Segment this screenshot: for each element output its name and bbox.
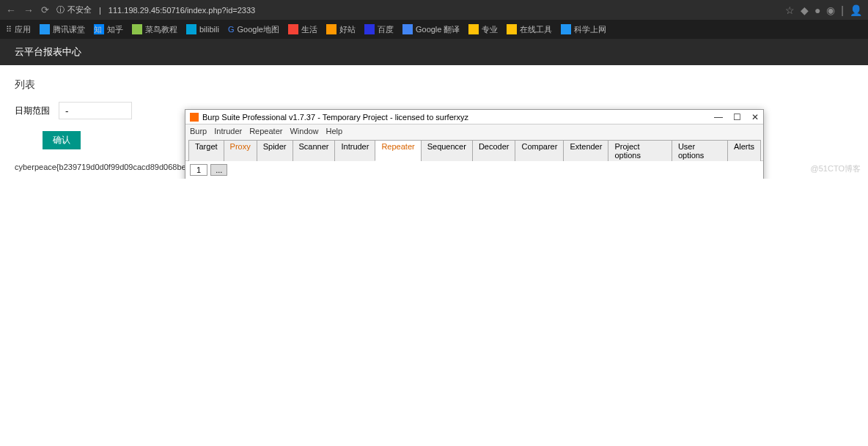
bookmark-item[interactable]: 百度 [364,24,394,35]
minimize-button[interactable]: — [714,112,723,122]
menu-burp[interactable]: Burp [190,127,207,135]
bookmark-item[interactable]: GGoogle地图 [228,24,279,35]
browser-toolbar: ← → ⟳ ⓘ 不安全 | 111.198.29.45:50716/index.… [0,0,868,20]
burp-logo-icon [190,113,199,122]
bookmark-item[interactable]: 知知乎 [94,24,123,35]
bookmark-item[interactable]: 科学上网 [561,24,606,35]
menu-window[interactable]: Window [290,127,318,135]
bookmark-folder[interactable]: 好站 [326,24,356,35]
security-indicator[interactable]: ⓘ 不安全 [56,4,92,15]
bookmark-item[interactable]: Google 翻译 [402,24,460,35]
sub-tab-more[interactable]: ... [210,164,227,176]
bookmark-folder[interactable]: 生活 [288,24,317,35]
bookmark-item[interactable]: bilibili [186,24,219,34]
tab-scanner[interactable]: Scanner [293,140,336,161]
address-bar[interactable]: 111.198.29.45:50716/index.php?id=2333 [108,6,255,15]
menu-help[interactable]: Help [326,127,343,135]
tab-project-options[interactable]: Project options [608,140,672,161]
bookmark-item[interactable]: 菜鸟教程 [132,24,177,35]
star-icon[interactable]: ☆ [785,4,795,16]
maximize-button[interactable]: ☐ [733,112,741,122]
tab-spider[interactable]: Spider [257,140,293,161]
window-title: Burp Suite Professional v1.7.37 - Tempor… [202,113,468,122]
tab-extender[interactable]: Extender [563,140,608,161]
apps-button[interactable]: ⠿ 应用 [6,24,31,35]
bookmark-folder[interactable]: 专业 [468,24,498,35]
menu-repeater[interactable]: Repeater [249,127,282,135]
ext-icon[interactable]: ◉ [826,4,835,16]
close-button[interactable]: ✕ [751,112,759,122]
menu-intruder[interactable]: Intruder [214,127,242,135]
page-header: 云平台报表中心 [0,39,868,65]
forward-button[interactable]: → [23,4,34,16]
burp-window: Burp Suite Professional v1.7.37 - Tempor… [185,109,764,179]
bookmark-folder[interactable]: 在线工具 [507,24,552,35]
bookmark-item[interactable]: 腾讯课堂 [40,24,85,35]
tab-intruder[interactable]: Intruder [334,140,375,161]
date-label: 日期范围 [15,105,50,117]
confirm-button[interactable]: 确认 [43,131,81,149]
watermark: @51CTO博客 [811,163,861,174]
list-title: 列表 [15,78,853,92]
tab-target[interactable]: Target [188,140,224,161]
bookmarks-bar: ⠿ 应用 腾讯课堂 知知乎 菜鸟教程 bilibili GGoogle地图 生活… [0,20,868,39]
tab-decoder[interactable]: Decoder [472,140,516,161]
window-title-bar[interactable]: Burp Suite Professional v1.7.37 - Tempor… [185,110,763,124]
tab-alerts[interactable]: Alerts [727,140,761,161]
tab-repeater[interactable]: Repeater [375,140,421,161]
sub-tab-1[interactable]: 1 [190,164,207,176]
tab-comparer[interactable]: Comparer [515,140,564,161]
tab-user-options[interactable]: User options [672,140,728,161]
ext-icon[interactable]: ◆ [801,4,809,16]
ext-icon[interactable]: ● [814,4,820,16]
date-input[interactable] [59,102,132,119]
tab-proxy[interactable]: Proxy [224,140,257,161]
tab-sequencer[interactable]: Sequencer [421,140,473,161]
repeater-sub-tabs: 1 ... [185,161,763,179]
back-button[interactable]: ← [6,4,16,16]
menu-bar: Burp Intruder Repeater Window Help [185,124,763,138]
avatar-icon[interactable]: 👤 [850,4,862,16]
reload-button[interactable]: ⟳ [41,4,49,15]
extension-icons: ☆ ◆ ● ◉ | 👤 [785,4,862,16]
main-tabs: Target Proxy Spider Scanner Intruder Rep… [185,138,763,161]
